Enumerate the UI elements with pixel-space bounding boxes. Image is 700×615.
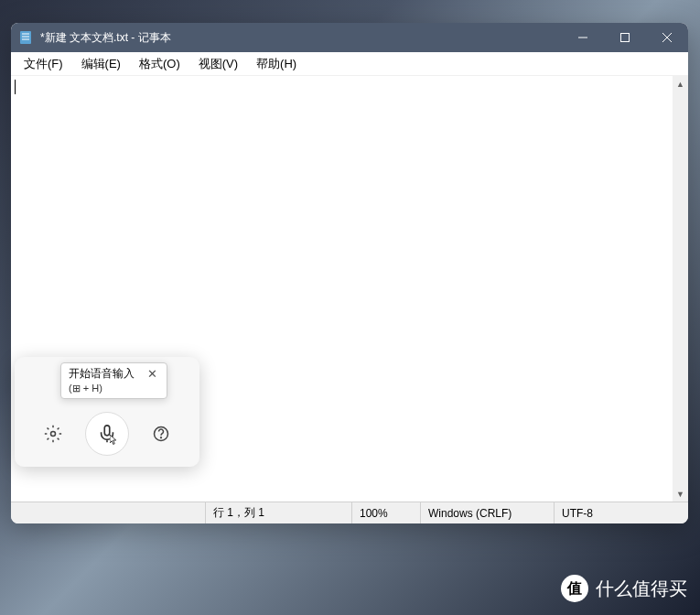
svg-point-8 [50,432,55,437]
svg-rect-9 [104,426,110,436]
status-zoom: 100% [351,502,420,523]
text-cursor [15,80,16,94]
menu-view[interactable]: 视图(V) [189,54,247,74]
voice-controls [15,412,199,456]
voice-tooltip-title: 开始语音输入 [69,367,135,382]
scroll-track[interactable] [673,92,688,486]
menubar: 文件(F) 编辑(E) 格式(O) 视图(V) 帮助(H) [11,52,688,76]
window-controls [562,23,688,52]
watermark-badge: 值 [561,575,588,602]
maximize-button[interactable] [604,23,646,52]
scroll-down-arrow[interactable]: ▼ [673,486,688,502]
close-button[interactable] [646,23,688,52]
menu-file[interactable]: 文件(F) [15,54,72,74]
voice-tooltip-close-button[interactable]: ✕ [145,367,159,381]
status-encoding: UTF-8 [554,502,688,523]
titlebar[interactable]: *新建 文本文档.txt - 记事本 [11,23,688,52]
svg-rect-5 [621,34,630,42]
voice-microphone-button[interactable] [85,412,129,456]
voice-settings-button[interactable] [38,419,68,448]
svg-point-11 [161,437,162,438]
cursor-icon [110,435,121,446]
statusbar: 行 1，列 1 100% Windows (CRLF) UTF-8 [11,502,688,523]
vertical-scrollbar[interactable]: ▲ ▼ [673,76,688,502]
voice-input-panel[interactable]: 开始语音输入 (⊞ + H) ✕ [15,357,199,467]
menu-edit[interactable]: 编辑(E) [72,54,130,74]
notepad-icon [18,30,33,45]
menu-format[interactable]: 格式(O) [130,54,189,74]
scroll-up-arrow[interactable]: ▲ [673,76,688,92]
status-position: 行 1，列 1 [205,502,351,523]
watermark-text: 什么值得买 [596,577,687,601]
minimize-button[interactable] [562,23,604,52]
menu-help[interactable]: 帮助(H) [247,54,306,74]
watermark: 值 什么值得买 [561,575,687,602]
voice-tooltip-shortcut: (⊞ + H) [69,382,135,394]
status-line-ending: Windows (CRLF) [420,502,554,523]
voice-tooltip: 开始语音输入 (⊞ + H) ✕ [60,362,167,399]
voice-help-button[interactable] [146,419,176,448]
window-title: *新建 文本文档.txt - 记事本 [40,30,562,46]
status-spacer [11,502,205,523]
svg-rect-0 [20,31,31,44]
